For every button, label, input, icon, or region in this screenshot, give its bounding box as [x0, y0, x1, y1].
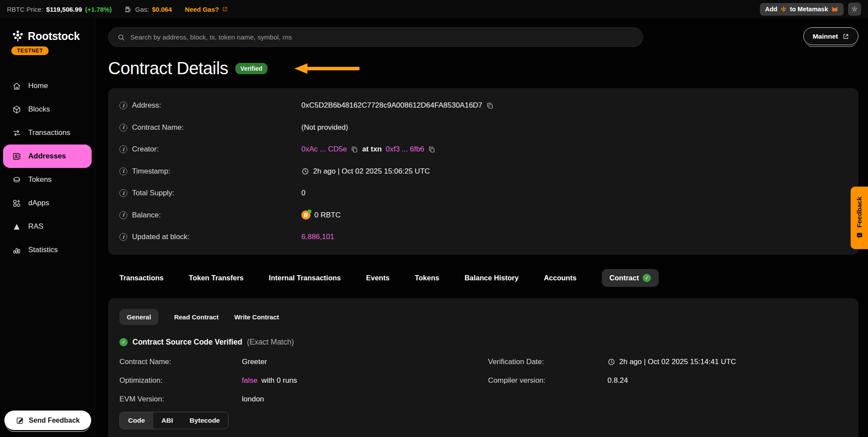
- mountain-icon: [11, 222, 22, 231]
- rootstock-settings-button[interactable]: [848, 3, 861, 16]
- sidebar-item-blocks[interactable]: Blocks: [0, 98, 95, 121]
- price-value: $119,506.99: [46, 6, 82, 13]
- sidebar-item-statistics[interactable]: Statistics: [0, 238, 95, 262]
- feedback-edge-tab[interactable]: Feedback: [851, 187, 868, 249]
- price-change: (+1.78%): [85, 6, 112, 13]
- search-icon: [117, 33, 125, 41]
- arrows-swap-icon: [11, 128, 22, 138]
- evm-version: london: [242, 395, 488, 404]
- detail-row-total-supply: i Total Supply: 0: [119, 182, 847, 204]
- address-value: 0xC5D2B6b48162C7728c9A008612D64FA8530A16…: [301, 101, 482, 110]
- source-verified-line: ✓ Contract Source Code Verified (Exact M…: [119, 338, 847, 347]
- updated-block-link[interactable]: 6,886,101: [301, 233, 334, 241]
- tab-events[interactable]: Events: [366, 274, 389, 282]
- annotation-arrow-icon: [294, 62, 360, 75]
- contract-panel: General Read Contract Write Contract ✓ C…: [108, 298, 858, 437]
- search-input[interactable]: [130, 33, 634, 41]
- check-circle-icon: ✓: [119, 338, 128, 346]
- copy-icon[interactable]: [351, 146, 358, 153]
- subtab-general[interactable]: General: [119, 309, 158, 325]
- sidebar-item-dapps[interactable]: dApps: [0, 191, 95, 215]
- search-bar[interactable]: [108, 27, 643, 47]
- add-to-metamask-button[interactable]: Add to Metamask: [760, 3, 844, 16]
- app-window: RBTC Price: $119,506.99 (+1.78%) Gas: $0…: [0, 0, 868, 437]
- tab-balance-history[interactable]: Balance History: [465, 274, 519, 282]
- clock-icon: [607, 358, 615, 366]
- sidebar-item-addresses[interactable]: Addresses: [3, 145, 92, 168]
- contract-name-value: (Not provided): [301, 123, 348, 132]
- check-icon: ✓: [643, 274, 651, 282]
- copy-icon[interactable]: [486, 102, 494, 109]
- sidebar-item-tokens[interactable]: Tokens: [0, 168, 95, 191]
- bar-chart-icon: [11, 246, 22, 255]
- rootstock-logo-icon: [11, 30, 24, 43]
- tab-token-transfers[interactable]: Token Transfers: [189, 274, 244, 282]
- tab-transactions[interactable]: Transactions: [119, 274, 164, 282]
- compiler-version: 0.8.24: [607, 376, 847, 385]
- mainnet-switch-button[interactable]: Mainnet: [803, 27, 858, 45]
- tab-internal-transactions[interactable]: Internal Transactions: [269, 274, 341, 282]
- tab-contract[interactable]: Contract ✓: [602, 269, 659, 287]
- gas-info: Gas: $0.064: [125, 6, 172, 13]
- contract-details-card: i Address: 0xC5D2B6b48162C7728c9A008612D…: [108, 88, 858, 255]
- address-tabs: Transactions Token Transfers Internal Tr…: [108, 269, 858, 287]
- page-title: Contract Details: [108, 59, 228, 78]
- gas-label: Gas:: [135, 6, 149, 13]
- sidebar-item-ras[interactable]: RAS: [0, 215, 95, 238]
- grid-plus-icon: [11, 199, 22, 208]
- sidebar-item-home[interactable]: Home: [0, 74, 95, 98]
- tab-tokens[interactable]: Tokens: [415, 274, 439, 282]
- total-supply-value: 0: [301, 189, 305, 197]
- verification-date: 2h ago | Oct 02 2025 15:14:41 UTC: [607, 358, 847, 366]
- rbtc-price: RBTC Price: $119,506.99 (+1.78%): [7, 6, 112, 13]
- coin-icon: [11, 175, 22, 184]
- clock-icon: [301, 168, 309, 175]
- need-gas-link[interactable]: Need Gas?: [185, 6, 228, 13]
- code-tab-code[interactable]: Code: [120, 412, 153, 429]
- gas-value: $0.064: [152, 6, 172, 13]
- info-icon: i: [119, 189, 127, 197]
- info-icon: i: [119, 211, 127, 219]
- metamask-fox-icon: [831, 6, 838, 13]
- tab-accounts[interactable]: Accounts: [544, 274, 576, 282]
- detail-row-contract-name: i Contract Name: (Not provided): [119, 117, 847, 139]
- detail-row-creator: i Creator: 0xAc ... CD5e at txn 0xf3 ...…: [119, 138, 847, 161]
- brand[interactable]: Rootstock: [0, 18, 95, 43]
- main-content: Mainnet Contract Details Verified i Addr…: [96, 18, 868, 437]
- detail-row-address: i Address: 0xC5D2B6b48162C7728c9A008612D…: [119, 95, 847, 117]
- contact-card-icon: [11, 152, 22, 161]
- optimization-value: false with 0 runs: [242, 376, 488, 385]
- info-icon: i: [119, 233, 127, 241]
- creation-txn-link[interactable]: 0xf3 ... 6fb6: [386, 145, 424, 154]
- code-tab-abi[interactable]: ABI: [153, 412, 182, 429]
- send-feedback-button[interactable]: Send Feedback: [4, 411, 91, 430]
- verification-fields: Contract Name: Greeter Verification Date…: [119, 358, 847, 404]
- code-view-tabs: Code ABI Bytecode: [119, 412, 228, 429]
- info-icon: i: [119, 124, 127, 131]
- price-label: RBTC Price:: [7, 6, 43, 13]
- timestamp-value: 2h ago | Oct 02 2025 15:06:25 UTC: [313, 167, 430, 176]
- feedback-chat-icon: [856, 232, 863, 239]
- code-tab-bytecode[interactable]: Bytecode: [181, 412, 228, 429]
- contract-subtabs: General Read Contract Write Contract: [119, 309, 847, 325]
- copy-icon[interactable]: [428, 146, 436, 153]
- rootstock-flower-icon: [780, 6, 787, 13]
- external-link-icon: [842, 33, 849, 40]
- rbtc-coin-icon: B: [301, 210, 310, 220]
- sidebar-menu: Home Blocks Transactions Addresses Token…: [0, 74, 95, 262]
- info-icon: i: [119, 102, 127, 109]
- info-icon: i: [119, 145, 127, 153]
- sidebar-item-transactions[interactable]: Transactions: [0, 121, 95, 145]
- external-link-icon: [222, 6, 228, 12]
- detail-row-balance: i Balance: B 0 RBTC: [119, 204, 847, 227]
- gas-pump-icon: [125, 6, 132, 13]
- detail-row-updated-block: i Updated at block: 6,886,101: [119, 226, 847, 248]
- cube-icon: [11, 105, 22, 114]
- contract-name: Greeter: [242, 358, 488, 366]
- subtab-read-contract[interactable]: Read Contract: [174, 313, 219, 321]
- home-icon: [11, 82, 22, 91]
- creator-address-link[interactable]: 0xAc ... CD5e: [301, 145, 347, 154]
- subtab-write-contract[interactable]: Write Contract: [234, 313, 279, 321]
- info-icon: i: [119, 168, 127, 175]
- top-status-bar: RBTC Price: $119,506.99 (+1.78%) Gas: $0…: [0, 0, 868, 18]
